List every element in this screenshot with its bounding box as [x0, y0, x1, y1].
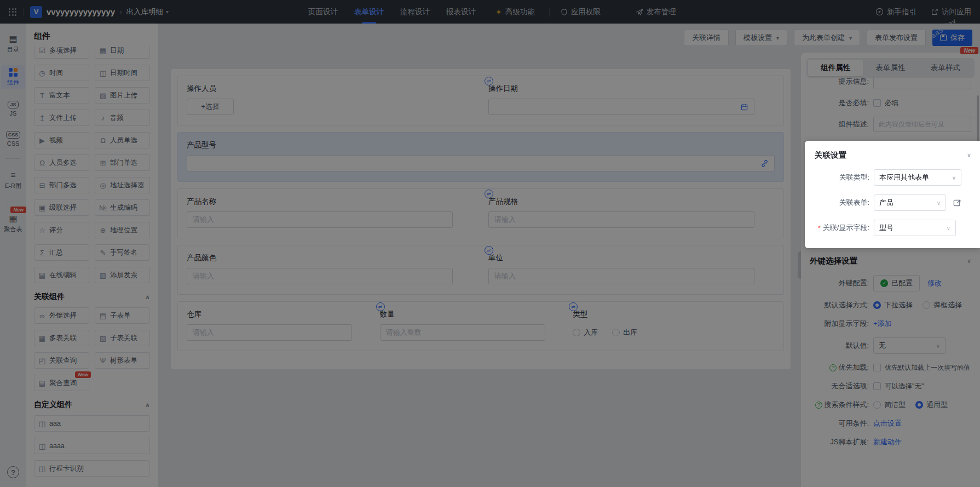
component-item[interactable]: ↥ 文件上传	[34, 110, 89, 126]
chevron-down-icon[interactable]: ∨	[967, 152, 971, 159]
chevron-up-icon[interactable]: ∧	[145, 294, 150, 301]
field-row[interactable]: 仓库 请输入 ⇌数量 请输入整数 ⇌类型 入库 出库	[177, 301, 784, 351]
app-logo[interactable]: V	[30, 6, 42, 18]
field-quantity[interactable]: ⇌数量 请输入整数	[372, 310, 566, 341]
help-circle-icon[interactable]: ?	[829, 364, 837, 371]
component-item[interactable]: ▤ 聚合查询 New	[34, 375, 89, 391]
field-row[interactable]: 操作人员 +选择 ⇌操作日期	[177, 76, 784, 125]
component-item[interactable]: ♪ 音频	[95, 110, 150, 126]
component-item[interactable]: ◷ 时间	[34, 65, 89, 81]
condition-set-link[interactable]: 点击设置	[873, 419, 902, 428]
field-product-spec[interactable]: ⇌产品规格 请输入	[481, 197, 782, 228]
help-button[interactable]: ?	[7, 466, 19, 478]
radio-simple-style[interactable]: 简洁型	[873, 400, 906, 410]
default-value-select[interactable]: 无 ∨	[873, 337, 946, 354]
component-item[interactable]: ▥ 添加发票	[95, 267, 150, 283]
link-field-select[interactable]: 型号 ∨	[874, 220, 956, 236]
number-input[interactable]: 请输入整数	[380, 324, 545, 341]
component-item[interactable]: ⊕ 地理位置	[95, 222, 150, 238]
component-item[interactable]: ◫ 日期时间	[95, 65, 150, 81]
radio-outbound[interactable]: 出库	[612, 328, 637, 337]
field-product-color[interactable]: 产品颜色 请输入	[179, 253, 481, 284]
breadcrumb-page[interactable]: 出入库明细	[126, 7, 163, 17]
field-operator[interactable]: 操作人员 +选择	[179, 84, 481, 115]
menu-advanced[interactable]: ✦ 高级功能	[495, 7, 535, 17]
form-publish-settings-button[interactable]: 表单发布设置	[867, 30, 926, 46]
description-input[interactable]: 此内容仅管理后台可见	[873, 117, 971, 132]
component-item[interactable]: ▦ 多表关联	[34, 330, 89, 346]
component-item[interactable]: ◫ aaa	[34, 415, 150, 432]
rail-item-aggregate-table[interactable]: New ▦ 聚合表	[1, 211, 25, 236]
field-product-model-selected[interactable]: 产品型号	[177, 132, 784, 182]
app-grid-icon[interactable]	[9, 8, 16, 16]
guide-button[interactable]: 新手指引	[875, 7, 916, 17]
visit-app-button[interactable]: 访问应用	[931, 7, 971, 17]
product-model-input[interactable]	[187, 155, 775, 171]
component-item[interactable]: ▶ 视频	[34, 132, 89, 148]
save-button[interactable]: 保存	[932, 30, 972, 46]
component-item[interactable]: ⊞ 部门单选	[95, 154, 150, 171]
component-item[interactable]: Ψ 树形表单	[95, 352, 150, 369]
component-item[interactable]: Ω 人员单选	[95, 132, 150, 148]
field-type[interactable]: ⇌类型 入库 出库	[565, 310, 782, 341]
fk-configured-button[interactable]: ✓ 已配置	[873, 275, 920, 291]
add-extra-field-link[interactable]: +添加	[873, 319, 892, 329]
radio-inbound[interactable]: 入库	[573, 328, 598, 337]
properties-tab[interactable]: 表单属性	[863, 60, 918, 76]
component-item[interactable]: Σ 汇总	[34, 244, 89, 261]
rail-item-er-diagram[interactable]: ≡ E-R图	[1, 168, 25, 193]
field-product-name[interactable]: 产品名称 请输入	[179, 197, 481, 228]
field-unit[interactable]: ⇌单位 请输入	[481, 253, 782, 284]
chevron-down-icon[interactable]: ∨	[967, 257, 971, 265]
menu-publish[interactable]: 发布管理	[636, 7, 676, 17]
component-item[interactable]: ▤ 子表单	[95, 307, 150, 324]
link-type-select[interactable]: 本应用其他表单 ∨	[874, 169, 961, 186]
relation-detail-button[interactable]: 关联详情	[684, 30, 729, 46]
component-item[interactable]: ⊟ 部门多选	[34, 177, 89, 193]
menu-permission[interactable]: 应用权限	[561, 7, 601, 17]
caret-down-icon[interactable]: ▾	[166, 9, 169, 15]
component-item[interactable]: ∞ 外键选择	[34, 307, 89, 324]
create-for-form-button[interactable]: 为此表单创建▾	[794, 30, 860, 46]
component-item[interactable]: ✎ 手写签名	[95, 244, 150, 261]
topbar-tab[interactable]: 报表设计	[446, 0, 476, 24]
fk-modify-link[interactable]: 修改	[927, 278, 942, 288]
component-item[interactable]: T 富文本	[34, 87, 89, 104]
radio-dropdown-select[interactable]: 下拉选择	[873, 300, 913, 310]
open-form-icon[interactable]	[953, 198, 962, 208]
topbar-tab[interactable]: 流程设计	[400, 0, 430, 24]
text-input[interactable]: 请输入	[187, 211, 453, 228]
rail-item-js[interactable]: JS JS	[1, 98, 25, 119]
template-settings-button[interactable]: 模板设置▾	[735, 30, 787, 46]
component-item[interactable]: ▤ 在线编辑	[34, 267, 89, 283]
component-item[interactable]: ◫ 行程卡识别	[34, 460, 150, 477]
no-option-checkbox[interactable]	[873, 382, 881, 390]
field-row[interactable]: 产品颜色 请输入 ⇌单位 请输入	[177, 245, 784, 295]
link-form-select[interactable]: 产品 ∨	[874, 194, 946, 211]
rail-item-components[interactable]: 组件	[1, 65, 25, 89]
component-item[interactable]: ▧ 子表关联	[95, 330, 150, 346]
component-item[interactable]: Ω 人员多选	[34, 154, 89, 171]
preload-checkbox[interactable]	[873, 364, 881, 371]
topbar-tab[interactable]: 页面设计	[308, 0, 338, 24]
component-item[interactable]: ◰ 关联查询	[34, 352, 89, 369]
required-checkbox[interactable]	[873, 99, 881, 107]
select-person-button[interactable]: +选择	[187, 99, 234, 115]
new-action-link[interactable]: 新建动作	[873, 437, 902, 447]
date-input[interactable]	[488, 99, 754, 115]
component-item[interactable]: ◫ aaaa	[34, 438, 150, 454]
field-operate-date[interactable]: ⇌操作日期	[481, 84, 782, 115]
properties-tab[interactable]: 表单样式	[918, 60, 973, 76]
field-row[interactable]: 产品名称 请输入 ⇌产品规格 请输入	[177, 188, 784, 238]
component-item[interactable]: ◎ 地址选择器	[95, 177, 150, 193]
radio-general-style[interactable]: 通用型	[915, 400, 948, 410]
component-item[interactable]: ☆ 评分	[34, 222, 89, 238]
component-item[interactable]: ▣ 级联选择	[34, 199, 89, 216]
text-input[interactable]: 请输入	[187, 324, 352, 341]
text-input[interactable]: 请输入	[187, 268, 453, 284]
text-input[interactable]: 请输入	[488, 211, 754, 228]
radio-modal-select[interactable]: 弹框选择	[923, 300, 962, 310]
rail-item-catalog[interactable]: ▤ 目录	[1, 31, 25, 56]
chevron-up-icon[interactable]: ∧	[145, 402, 150, 409]
topbar-tab[interactable]: 表单设计	[354, 0, 384, 24]
